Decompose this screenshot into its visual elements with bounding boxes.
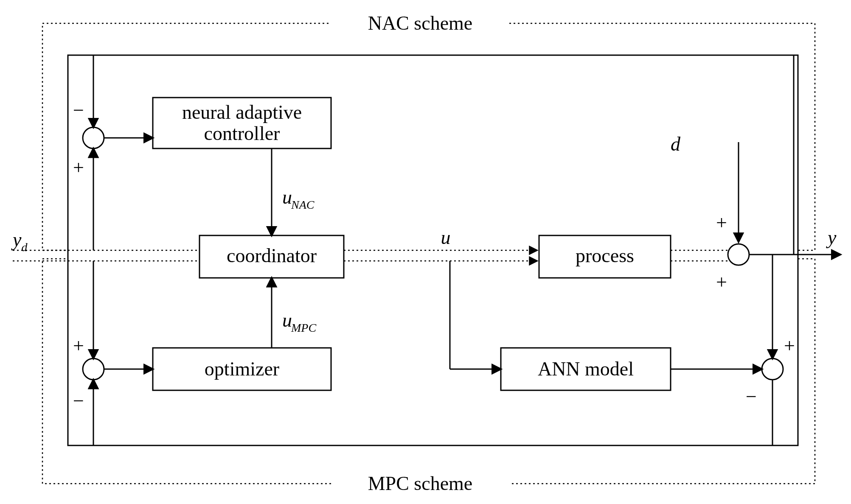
process-label: process [576, 245, 634, 266]
sum-mpc-error [83, 358, 104, 380]
sign-nac-bot: + [73, 157, 84, 178]
nac-scheme-title: NAC scheme [368, 12, 473, 34]
signal-d: d [671, 133, 681, 155]
mpc-scheme-title: MPC scheme [368, 473, 473, 494]
sign-dist-bot: + [716, 271, 727, 293]
sign-model-bot: − [746, 386, 757, 407]
sign-mpc-top: + [73, 335, 84, 356]
sum-output [728, 244, 749, 265]
nac-ctrl-line1: neural adaptive [182, 101, 302, 123]
sum-nac-error [83, 127, 104, 148]
signal-y: y [826, 227, 837, 248]
sum-model-error [762, 358, 783, 380]
coordinator-label: coordinator [227, 245, 317, 266]
signal-u: u [441, 227, 451, 248]
sign-model-top: + [784, 335, 795, 356]
sign-mpc-bot: − [73, 390, 84, 412]
sign-dist-top: + [716, 212, 727, 233]
sign-nac-top: − [73, 99, 84, 121]
optimizer-label: optimizer [205, 358, 279, 380]
block-diagram: NAC scheme MPC scheme yd − + + − neural … [0, 0, 851, 504]
ann-model-label: ANN model [538, 358, 634, 380]
nac-ctrl-line2: controller [204, 123, 280, 144]
